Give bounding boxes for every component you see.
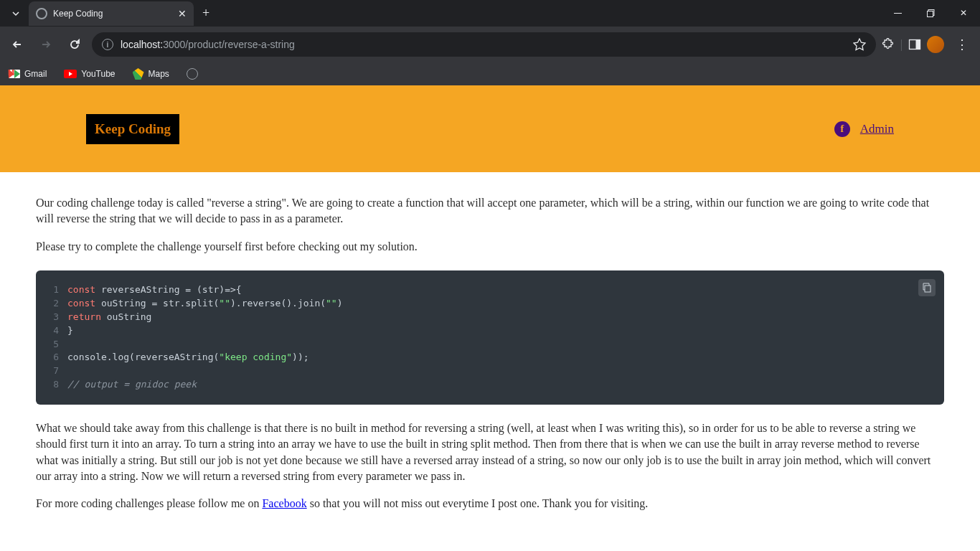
new-tab-button[interactable]: + — [194, 6, 218, 21]
globe-icon — [187, 68, 198, 80]
explanation-paragraph: What we should take away from this chall… — [36, 420, 944, 485]
code-line: 5 — [46, 338, 934, 352]
facebook-icon[interactable]: f — [834, 121, 850, 137]
bookmarks-bar: M Gmail YouTube Maps — [0, 62, 980, 85]
intro-paragraph: Our coding challenge today is called "re… — [36, 195, 944, 227]
back-button[interactable] — [6, 33, 29, 56]
extensions-icon[interactable] — [882, 38, 895, 51]
forward-button[interactable] — [34, 33, 57, 56]
minimize-button[interactable] — [881, 0, 914, 27]
browser-toolbar: i localhost:3000/product/reverse-a-strin… — [0, 27, 980, 62]
article-body: Our coding challenge today is called "re… — [0, 172, 980, 547]
footer-paragraph: For more coding challenges please follow… — [36, 496, 944, 512]
tab-search-button[interactable] — [6, 4, 26, 24]
code-line: 3return ouString — [46, 311, 934, 324]
instruction-paragraph: Please try to complete the challenge you… — [36, 239, 944, 255]
svg-rect-2 — [927, 11, 933, 17]
svg-rect-4 — [916, 40, 920, 50]
page-content[interactable]: Keep Coding f Admin Our coding challenge… — [0, 85, 980, 551]
code-line: 6console.log(reverseAString("keep coding… — [46, 351, 934, 364]
code-block: 1const reverseAString = (str)=>{2const o… — [36, 270, 944, 405]
favicon-icon — [36, 8, 47, 19]
site-logo[interactable]: Keep Coding — [86, 114, 179, 144]
side-panel-icon[interactable] — [908, 38, 921, 51]
bookmark-generic[interactable] — [187, 68, 198, 80]
code-line: 2const ouString = str.split("").reverse(… — [46, 297, 934, 311]
svg-rect-0 — [894, 13, 902, 14]
admin-link[interactable]: Admin — [860, 122, 894, 136]
maximize-button[interactable] — [914, 0, 947, 27]
browser-tab[interactable]: Keep Coding ✕ — [29, 1, 194, 26]
facebook-link[interactable]: Facebook — [262, 497, 306, 509]
browser-chrome: Keep Coding ✕ + ✕ i localhost:3000/pr — [0, 0, 980, 85]
code-line: 1const reverseAString = (str)=>{ — [46, 283, 934, 297]
code-line: 4} — [46, 324, 934, 338]
address-bar[interactable]: i localhost:3000/product/reverse-a-strin… — [92, 32, 876, 57]
tab-strip: Keep Coding ✕ + ✕ — [0, 0, 980, 27]
bookmark-maps[interactable]: Maps — [133, 68, 169, 80]
bookmark-star-icon[interactable] — [853, 38, 866, 51]
site-info-icon[interactable]: i — [102, 39, 113, 50]
svg-rect-5 — [925, 286, 930, 292]
maps-icon — [133, 68, 144, 80]
browser-menu-button[interactable]: ⋮ — [950, 37, 974, 52]
code-line: 7 — [46, 364, 934, 378]
url-host: localhost: — [121, 39, 163, 50]
code-line: 8// output = gnidoc peek — [46, 378, 934, 392]
site-header: Keep Coding f Admin — [0, 85, 980, 172]
close-tab-button[interactable]: ✕ — [178, 8, 187, 19]
url-path: 3000/product/reverse-a-string — [163, 39, 295, 50]
tab-title: Keep Coding — [53, 9, 172, 19]
close-window-button[interactable]: ✕ — [947, 0, 980, 27]
profile-avatar[interactable] — [927, 36, 944, 53]
bookmark-gmail[interactable]: M Gmail — [9, 69, 47, 79]
copy-code-button[interactable] — [918, 279, 936, 296]
bookmark-youtube[interactable]: YouTube — [64, 69, 115, 79]
reload-button[interactable] — [63, 33, 86, 56]
youtube-icon — [64, 70, 77, 78]
